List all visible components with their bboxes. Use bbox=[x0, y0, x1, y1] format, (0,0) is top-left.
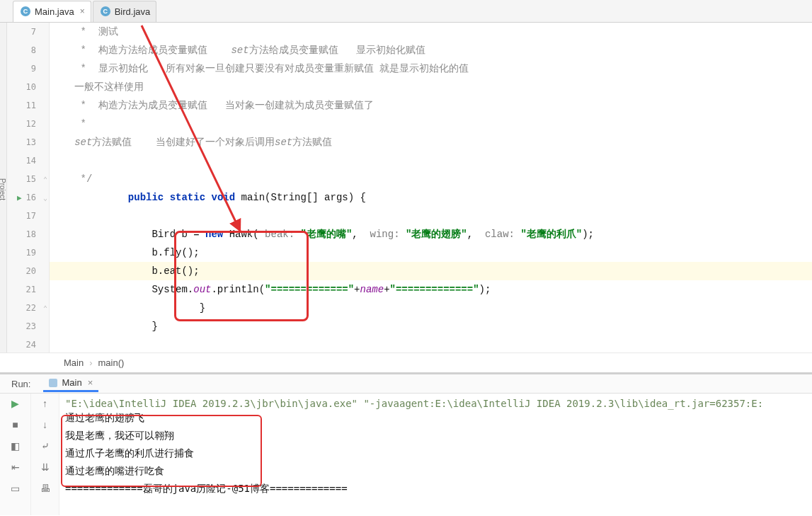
down-icon[interactable]: ↓ bbox=[40, 419, 51, 430]
run-tool-column-1: ▶ ■ ◧ ⇤ ▭ bbox=[0, 394, 31, 515]
console-command: "E:\idea\IntelliJ IDEA 2019.2.3\jbr\bin\… bbox=[65, 398, 806, 409]
console-line: 通过老鹰的嘴进行吃食 bbox=[65, 462, 806, 480]
exit-icon[interactable]: ⇤ bbox=[10, 461, 21, 473]
line-number: 7 bbox=[7, 23, 49, 41]
scroll-icon[interactable]: ⇊ bbox=[40, 461, 51, 473]
line-number: 17 bbox=[7, 207, 49, 225]
gutter: 7 8 9 10 11 12 13 14 15⌃ ▶16⌄ 17 18 19 2… bbox=[7, 23, 50, 352]
camera-icon[interactable]: ◧ bbox=[10, 440, 21, 452]
fold-icon[interactable]: ⌄ bbox=[43, 194, 47, 202]
run-tool-column-2: ↑ ↓ ⤶ ⇊ 🖶 bbox=[31, 394, 59, 515]
line-number: 21 bbox=[7, 280, 49, 299]
line-number: 22⌃ bbox=[7, 299, 49, 317]
code-editor[interactable]: * 测试 * 构造方法给成员变量赋值 set方法给成员变量赋值 显示初始化赋值 … bbox=[50, 23, 812, 352]
run-label: Run: bbox=[11, 379, 30, 389]
tab-main-java[interactable]: C Main.java × bbox=[13, 1, 91, 22]
line-number: 12 bbox=[7, 115, 49, 133]
line-number: 15⌃ bbox=[7, 170, 49, 188]
close-icon[interactable]: × bbox=[88, 377, 93, 388]
line-number: 23 bbox=[7, 317, 49, 336]
chevron-right-icon: › bbox=[89, 357, 92, 368]
line-number: 9 bbox=[7, 59, 49, 78]
tab-label: Main.java bbox=[35, 6, 74, 17]
run-gutter-icon[interactable]: ▶ bbox=[17, 193, 22, 202]
line-number: 14 bbox=[7, 151, 49, 170]
run-tab-label: Main bbox=[62, 377, 81, 388]
up-icon[interactable]: ↑ bbox=[40, 398, 51, 409]
line-number: 20 bbox=[7, 262, 49, 280]
console-line: 通过爪子老鹰的利爪进行捕食 bbox=[65, 445, 806, 462]
console-line: 通过老鹰的翅膀飞 bbox=[65, 409, 806, 427]
console-panel: ▶ ■ ◧ ⇤ ▭ ↑ ↓ ⤶ ⇊ 🖶 "E:\idea\IntelliJ ID… bbox=[0, 394, 812, 515]
breadcrumb-class[interactable]: Main bbox=[64, 357, 84, 368]
print-icon[interactable]: 🖶 bbox=[40, 483, 51, 494]
class-icon: C bbox=[21, 6, 30, 16]
project-tool-label[interactable]: Project bbox=[0, 23, 7, 352]
run-tab-main[interactable]: Main × bbox=[43, 375, 98, 392]
line-number: 18 bbox=[7, 225, 49, 243]
console-line: 我是老鹰，我还可以翱翔 bbox=[65, 427, 806, 445]
console-output[interactable]: "E:\idea\IntelliJ IDEA 2019.2.3\jbr\bin\… bbox=[59, 394, 812, 515]
wrap-icon[interactable]: ⤶ bbox=[40, 440, 51, 452]
tab-label: Bird.java bbox=[115, 6, 151, 17]
editor-tabs: C Main.java × C Bird.java bbox=[0, 0, 812, 23]
line-number: 10 bbox=[7, 78, 49, 96]
breadcrumb: Main › main() bbox=[0, 352, 812, 372]
rerun-icon[interactable]: ▶ bbox=[10, 398, 21, 409]
line-number: 8 bbox=[7, 41, 49, 59]
fold-icon[interactable]: ⌃ bbox=[43, 304, 47, 312]
console-line: =============磊哥的java历险记-@51博客===========… bbox=[65, 480, 806, 498]
line-number: ▶16⌄ bbox=[7, 188, 49, 207]
fold-icon[interactable]: ⌃ bbox=[43, 176, 47, 183]
stop-icon[interactable]: ■ bbox=[10, 419, 21, 430]
line-number: 24 bbox=[7, 336, 49, 354]
tab-bird-java[interactable]: C Bird.java bbox=[93, 1, 157, 22]
line-number: 19 bbox=[7, 243, 49, 262]
breadcrumb-method[interactable]: main() bbox=[98, 357, 125, 368]
class-icon: C bbox=[101, 6, 110, 16]
run-config-icon bbox=[49, 379, 57, 387]
close-icon[interactable]: × bbox=[80, 6, 85, 16]
editor-area: Project 7 8 9 10 11 12 13 14 15⌃ ▶16⌄ 17… bbox=[0, 23, 812, 352]
line-number: 13 bbox=[7, 133, 49, 151]
trash-icon[interactable]: ▭ bbox=[10, 483, 21, 494]
run-tool-bar: Run: Main × bbox=[0, 372, 812, 394]
line-number: 11 bbox=[7, 96, 49, 115]
